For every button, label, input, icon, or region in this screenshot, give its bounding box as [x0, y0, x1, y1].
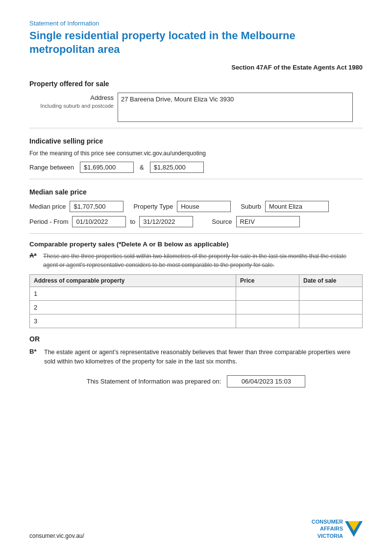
median-section-heading: Median sale price — [29, 188, 363, 196]
divider-2 — [29, 179, 363, 179]
comparable-table: Address of comparable property Price Dat… — [29, 274, 363, 328]
price-from-value: $1,695,000 — [80, 162, 134, 173]
median-row-2: Period - From 01/10/2022 to 31/12/2022 S… — [29, 216, 363, 227]
address-block: Address Including suburb and postcode 27… — [29, 93, 363, 122]
comp-row-date — [299, 287, 362, 301]
period-label: Period - From — [29, 218, 68, 225]
doc-subtitle: Statement of Information — [29, 20, 363, 27]
b-label: B* — [29, 348, 40, 366]
comp-row-num: 1 — [30, 287, 236, 301]
act-reference: Section 47AF of the Estate Agents Act 19… — [29, 64, 363, 71]
a-text: These are the three properties sold with… — [43, 252, 363, 269]
comp-row-price — [236, 314, 299, 328]
table-row: 2 — [30, 301, 363, 314]
property-section-heading: Property offered for sale — [29, 80, 363, 88]
indicative-section-heading: Indicative selling price — [29, 137, 363, 145]
divider-3 — [29, 233, 363, 234]
option-a-block: A* These are the three properties sold w… — [29, 252, 363, 269]
price-to-value: $1,825,000 — [150, 162, 204, 173]
prepared-row: This Statement of Information was prepar… — [29, 375, 363, 387]
median-row-1: Median price $1,707,500 Property Type Ho… — [29, 201, 363, 212]
footer: consumer.vic.gov.au/ CONSUMER AFFAIRS VI… — [0, 518, 392, 539]
logo-triangle-blue — [345, 521, 363, 537]
col-header-address: Address of comparable property — [30, 275, 236, 287]
prepared-value: 06/04/2023 15:03 — [227, 375, 305, 387]
suburb-label: Suburb — [241, 203, 261, 210]
col-header-date: Date of sale — [299, 275, 362, 287]
indicative-note: For the meaning of this price see consum… — [29, 150, 363, 157]
comparable-section: Comparable property sales (*Delete A or … — [29, 241, 363, 387]
ampersand: & — [140, 164, 144, 171]
source-value: REIV — [236, 216, 300, 227]
period-to-value: 31/12/2022 — [139, 216, 193, 227]
comp-row-num: 2 — [30, 301, 236, 314]
property-type-value: House — [177, 201, 231, 212]
table-row: 1 — [30, 287, 363, 301]
period-from-value: 01/10/2022 — [72, 216, 126, 227]
divider-1 — [29, 128, 363, 128]
doc-title: Single residential property located in t… — [29, 29, 363, 56]
a-label: A* — [29, 252, 39, 259]
col-header-price: Price — [236, 275, 299, 287]
logo-triangle-yellow — [348, 521, 360, 531]
address-value: 27 Bareena Drive, Mount Eliza Vic 3930 — [118, 93, 353, 122]
to-label: to — [130, 218, 135, 225]
prepared-label: This Statement of Information was prepar… — [87, 378, 221, 385]
comp-row-num: 3 — [30, 314, 236, 328]
source-label: Source — [212, 218, 232, 225]
comp-row-date — [299, 301, 362, 314]
property-type-label: Property Type — [133, 203, 173, 210]
logo-triangle-container — [345, 521, 363, 537]
table-row: 3 — [30, 314, 363, 328]
price-range-row: Range between $1,695,000 & $1,825,000 — [29, 162, 363, 173]
logo-text: CONSUMER AFFAIRS VICTORIA — [312, 518, 343, 539]
logo-block: CONSUMER AFFAIRS VICTORIA — [312, 518, 363, 539]
comp-row-price — [236, 301, 299, 314]
option-b-block: B* The estate agent or agent’s represent… — [29, 348, 363, 366]
footer-url: consumer.vic.gov.au/ — [29, 532, 84, 539]
range-label: Range between — [29, 164, 74, 171]
comp-row-price — [236, 287, 299, 301]
b-text: The estate agent or agent’s representati… — [44, 348, 363, 366]
or-label: OR — [29, 335, 363, 343]
address-label: Address Including suburb and postcode — [29, 93, 118, 110]
comp-row-date — [299, 314, 362, 328]
median-price-value: $1,707,500 — [70, 201, 123, 212]
suburb-value: Mount Eliza — [265, 201, 329, 212]
comparable-heading: Comparable property sales (*Delete A or … — [29, 241, 363, 248]
median-price-label: Median price — [29, 203, 66, 210]
